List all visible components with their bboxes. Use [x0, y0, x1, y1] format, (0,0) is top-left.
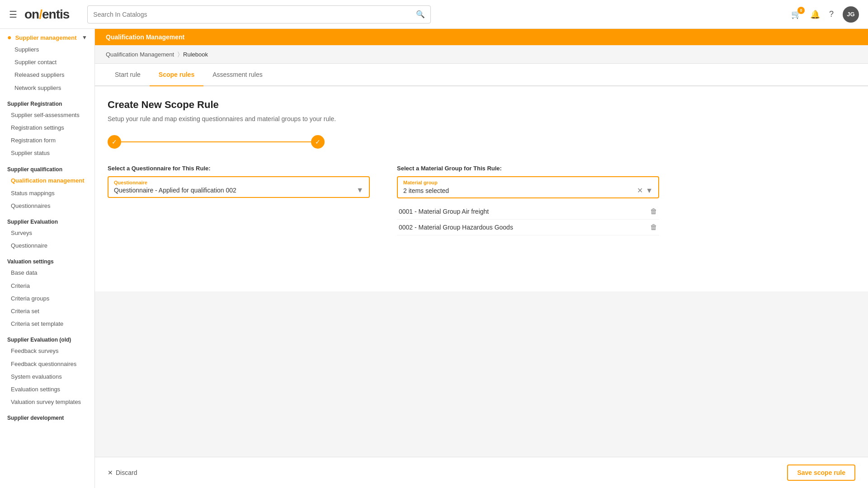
- material-item-0001-name: 0001 - Material Group Air freight: [399, 208, 650, 215]
- sidebar-section-label: Supplier management: [15, 34, 77, 41]
- questionnaire-dropdown-inner: Questionnaire - Applied for qualificatio…: [114, 186, 363, 194]
- sidebar-item-supplier-contact[interactable]: Supplier contact: [4, 56, 94, 69]
- logo-slash: /: [39, 7, 42, 21]
- sidebar-item-registration-settings[interactable]: Registration settings: [0, 122, 94, 134]
- breadcrumb-current: Rulebook: [183, 51, 208, 58]
- sidebar-section-supplier-management[interactable]: ● Supplier management ▼: [0, 29, 94, 43]
- cart-badge: 0: [797, 7, 805, 14]
- discard-x-icon: ✕: [108, 469, 113, 476]
- sidebar-section-title-valuation: Valuation settings: [0, 252, 94, 267]
- material-selector-group: Select a Material Group for This Rule: M…: [397, 165, 659, 235]
- logo-text: on/entis: [24, 7, 69, 22]
- questionnaire-value: Questionnaire - Applied for qualificatio…: [114, 187, 356, 194]
- main-layout: ● Supplier management ▼ Suppliers Suppli…: [0, 29, 868, 488]
- questionnaire-field-label: Questionnaire: [114, 180, 363, 185]
- sidebar-item-valuation-survey-templates[interactable]: Valuation survey templates: [0, 396, 94, 408]
- material-item-0002-name: 0002 - Material Group Hazardous Goods: [399, 224, 650, 231]
- sidebar-section-title-registration: Supplier Registration: [0, 94, 94, 109]
- sidebar-section-title-development: Supplier development: [0, 408, 94, 423]
- search-bar: 🔍: [87, 5, 431, 23]
- sidebar-item-suppliers[interactable]: Suppliers: [4, 43, 94, 56]
- sidebar-item-network-suppliers[interactable]: Network suppliers: [4, 82, 94, 94]
- form-subtitle: Setup your rule and map existing questio…: [108, 115, 855, 122]
- sidebar-sub-supplier-management: Suppliers Supplier contact Released supp…: [0, 43, 94, 94]
- sidebar-item-criteria[interactable]: Criteria: [0, 280, 94, 292]
- material-item-0002-delete-icon[interactable]: 🗑: [650, 223, 657, 231]
- material-section-label: Select a Material Group for This Rule:: [397, 165, 659, 172]
- header: ☰ on/entis 🔍 🛒 0 🔔 ? JG: [0, 0, 868, 29]
- cart-icon-wrapper[interactable]: 🛒 0: [791, 9, 801, 19]
- material-dropdown-inner: 2 items selected ✕ ▼: [403, 186, 653, 195]
- tab-start-rule[interactable]: Start rule: [106, 64, 150, 85]
- material-item-0001: 0001 - Material Group Air freight 🗑: [397, 204, 659, 220]
- questionnaire-selector-group: Select a Questionnaire for This Rule: Qu…: [108, 165, 370, 235]
- supplier-icon: ●: [7, 33, 12, 42]
- orange-bar: Qualification Management: [95, 29, 868, 45]
- material-field-label: Material group: [403, 180, 653, 185]
- sidebar-item-feedback-surveys[interactable]: Feedback surveys: [0, 345, 94, 357]
- bell-icon: 🔔: [810, 10, 820, 19]
- sidebar-section-title-qualification: Supplier qualification: [0, 160, 94, 174]
- help-icon: ?: [829, 9, 834, 19]
- sidebar-item-surveys[interactable]: Surveys: [0, 227, 94, 239]
- selectors-row: Select a Questionnaire for This Rule: Qu…: [108, 165, 855, 235]
- help-icon-wrapper[interactable]: ?: [829, 9, 834, 19]
- sidebar-item-self-assessments[interactable]: Supplier self-assessments: [0, 109, 94, 122]
- chevron-down-icon: ▼: [82, 34, 87, 41]
- header-right: 🛒 0 🔔 ? JG: [791, 6, 859, 23]
- material-value: 2 items selected: [403, 187, 637, 194]
- orange-bar-title: Qualification Management: [106, 33, 184, 41]
- breadcrumb-separator: 〉: [178, 51, 179, 58]
- sidebar-item-criteria-set-template[interactable]: Criteria set template: [0, 318, 94, 330]
- notification-icon-wrapper[interactable]: 🔔: [810, 9, 820, 19]
- material-clear-icon[interactable]: ✕: [637, 186, 643, 195]
- sidebar-item-criteria-groups[interactable]: Criteria groups: [0, 292, 94, 305]
- sidebar-item-supplier-status[interactable]: Supplier status: [0, 147, 94, 160]
- stepper: ✓ ✓: [108, 135, 855, 149]
- sidebar-item-questionnaire[interactable]: Questionnaire: [0, 239, 94, 252]
- step-1-circle: ✓: [108, 135, 121, 149]
- step-line: [121, 141, 311, 142]
- sidebar-item-qualification-management[interactable]: Qualification management: [0, 174, 94, 187]
- search-input[interactable]: [93, 11, 416, 18]
- sidebar-item-system-evaluations[interactable]: System evaluations: [0, 371, 94, 383]
- material-dropdown-arrow-icon[interactable]: ▼: [646, 187, 653, 195]
- tab-scope-rules[interactable]: Scope rules: [150, 64, 203, 85]
- breadcrumb: Qualification Management 〉 Rulebook: [95, 45, 868, 64]
- sidebar-item-criteria-set[interactable]: Criteria set: [0, 305, 94, 318]
- main-card: Start rule Scope rules Assessment rules …: [95, 64, 868, 291]
- sidebar: ● Supplier management ▼ Suppliers Suppli…: [0, 29, 95, 488]
- discard-button[interactable]: ✕ Discard: [108, 469, 137, 476]
- form-title: Create New Scope Rule: [108, 99, 855, 111]
- questionnaire-dropdown-arrow-icon[interactable]: ▼: [356, 186, 363, 194]
- save-scope-rule-button[interactable]: Save scope rule: [787, 465, 855, 481]
- questionnaire-section-label: Select a Questionnaire for This Rule:: [108, 165, 370, 172]
- sidebar-item-status-mappings[interactable]: Status mappings: [0, 187, 94, 200]
- sidebar-item-released-suppliers[interactable]: Released suppliers: [4, 69, 94, 81]
- step-2-circle: ✓: [311, 135, 325, 149]
- logo: on/entis: [24, 7, 69, 22]
- tab-assessment-rules[interactable]: Assessment rules: [203, 64, 271, 85]
- sidebar-section-title-evaluation-old: Supplier Evaluation (old): [0, 330, 94, 345]
- sidebar-item-base-data[interactable]: Base data: [0, 267, 94, 279]
- form-content: Create New Scope Rule Setup your rule an…: [95, 86, 868, 291]
- breadcrumb-parent[interactable]: Qualification Management: [106, 51, 174, 58]
- material-item-0001-delete-icon[interactable]: 🗑: [650, 207, 657, 216]
- tabs: Start rule Scope rules Assessment rules: [95, 64, 868, 86]
- search-icon[interactable]: 🔍: [416, 10, 425, 19]
- material-item-0002: 0002 - Material Group Hazardous Goods 🗑: [397, 220, 659, 235]
- sidebar-item-registration-form[interactable]: Registration form: [0, 134, 94, 147]
- sidebar-item-evaluation-settings[interactable]: Evaluation settings: [0, 383, 94, 396]
- content-area: Qualification Management Qualification M…: [95, 29, 868, 488]
- questionnaire-dropdown[interactable]: Questionnaire Questionnaire - Applied fo…: [108, 176, 370, 198]
- bottom-bar: ✕ Discard Save scope rule: [95, 457, 868, 488]
- material-dropdown[interactable]: Material group 2 items selected ✕ ▼: [397, 176, 659, 198]
- sidebar-item-questionnaires[interactable]: Questionnaires: [0, 200, 94, 212]
- sidebar-section-title-evaluation: Supplier Evaluation: [0, 212, 94, 227]
- avatar[interactable]: JG: [843, 6, 859, 23]
- sidebar-item-feedback-questionnaires[interactable]: Feedback questionnaires: [0, 358, 94, 371]
- hamburger-menu-icon[interactable]: ☰: [9, 9, 17, 20]
- material-items-list: 0001 - Material Group Air freight 🗑 0002…: [397, 204, 659, 235]
- discard-label: Discard: [116, 469, 137, 476]
